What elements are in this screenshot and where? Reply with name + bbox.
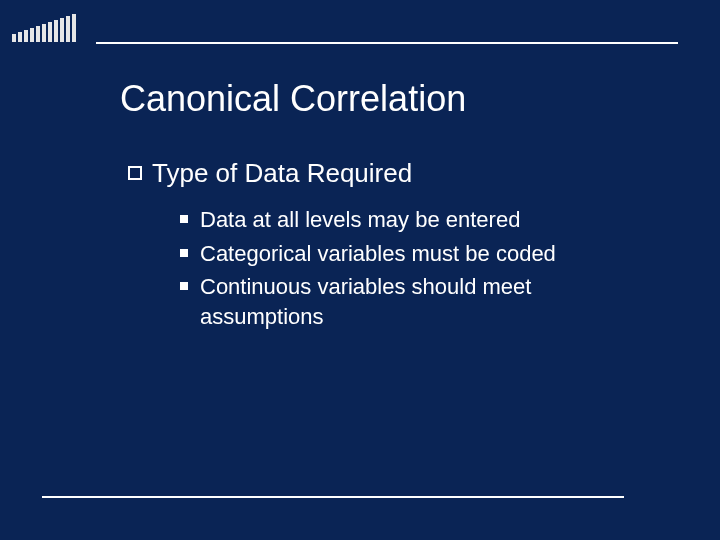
square-solid-bullet-icon bbox=[180, 215, 188, 223]
bullet-level2-list: Data at all levels may be entered Catego… bbox=[180, 205, 660, 332]
list-item: Categorical variables must be coded bbox=[180, 239, 660, 269]
top-rule bbox=[96, 42, 678, 44]
list-item-text: Continuous variables should meet assumpt… bbox=[200, 272, 620, 331]
bottom-rule bbox=[42, 496, 624, 498]
slide-title: Canonical Correlation bbox=[120, 78, 660, 120]
list-item-text: Data at all levels may be entered bbox=[200, 205, 520, 235]
bullet-level1-label: Type of Data Required bbox=[152, 158, 412, 189]
decorative-bars-icon bbox=[12, 14, 76, 42]
square-solid-bullet-icon bbox=[180, 249, 188, 257]
list-item: Data at all levels may be entered bbox=[180, 205, 660, 235]
list-item: Continuous variables should meet assumpt… bbox=[180, 272, 660, 331]
slide-content: Canonical Correlation Type of Data Requi… bbox=[120, 78, 660, 336]
square-solid-bullet-icon bbox=[180, 282, 188, 290]
square-outline-bullet-icon bbox=[128, 166, 142, 180]
bullet-level1: Type of Data Required bbox=[128, 158, 660, 189]
list-item-text: Categorical variables must be coded bbox=[200, 239, 556, 269]
